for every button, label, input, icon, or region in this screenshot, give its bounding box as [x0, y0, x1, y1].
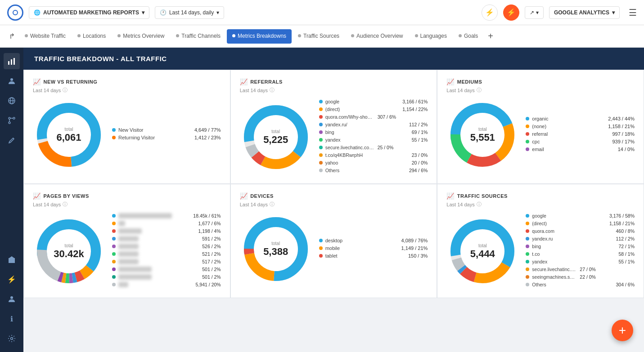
card-subtitle: Last 14 days ⓘ — [33, 201, 221, 208]
svg-point-9 — [9, 122, 10, 124]
legend-item: secure.livechatinc.com/lice... 25 / 0% — [319, 145, 428, 150]
legend-item: yandex.ru/ 112 / 2% — [319, 122, 428, 127]
legend-dot — [319, 130, 323, 134]
legend-dot — [526, 237, 529, 241]
sidebar-icon-info[interactable]: ℹ — [4, 311, 20, 327]
dropdown-arrow: ▾ — [216, 9, 219, 16]
info-icon: ⓘ — [63, 201, 68, 208]
report-selector[interactable]: 🌐 AUTOMATED MARKETING REPORTS ▾ — [29, 6, 149, 19]
sidebar-icon-edit[interactable] — [4, 132, 20, 148]
ga-name: GOOGLE ANALYTICS — [554, 9, 609, 16]
info-icon: ⓘ — [477, 201, 482, 208]
donut-label: total 6,061 — [56, 127, 81, 143]
legend-item: desktop 4,089 / 76% — [319, 238, 428, 243]
legend-item: quora.com/Why-should-i-u... 307 / 6% — [319, 114, 428, 120]
legend-dot — [319, 146, 323, 149]
sidebar-icon-users[interactable] — [4, 73, 20, 89]
logo — [7, 4, 23, 21]
tab-metrics-overview[interactable]: Metrics Overview — [112, 29, 170, 44]
legend-dot — [319, 161, 323, 165]
legend-dot — [526, 275, 529, 279]
legend-item: (none) 1,158 / 21% — [526, 124, 635, 129]
tab-goals[interactable]: Goals — [453, 29, 483, 44]
chart-area-pages-by-views: total 30.42k ████████████████ 18.45k / 6… — [33, 213, 221, 290]
legend-dot — [526, 260, 529, 263]
legend-dot — [526, 214, 529, 218]
legend-dot — [112, 283, 116, 286]
tab-home[interactable]: ↱ — [5, 28, 18, 44]
info-icon: ⓘ — [270, 87, 275, 94]
date-range: Last 14 days, daily — [169, 9, 214, 16]
legend-dot — [526, 132, 529, 136]
share-label: ▾ — [536, 9, 539, 16]
sidebar-icon-chart[interactable] — [4, 53, 20, 69]
legend-dot — [319, 169, 323, 172]
dropdown-arrow: ▾ — [142, 9, 144, 16]
legend-dot — [526, 252, 529, 256]
sidebar-icon-lightning[interactable]: ⚡ — [4, 271, 20, 287]
legend-item: Returning Visitor 1,412 / 23% — [112, 135, 221, 140]
svg-rect-1 — [11, 59, 12, 65]
share-btn[interactable]: ↗ ▾ — [525, 6, 544, 19]
share-icon: ↗ — [530, 9, 534, 16]
tab-metrics-breakdowns[interactable]: Metrics Breakdowns — [227, 29, 292, 44]
card-subtitle: Last 14 days ⓘ — [240, 87, 428, 94]
legend-dot — [526, 117, 529, 120]
sidebar-icon-branch[interactable] — [4, 112, 20, 129]
globe-icon: 🌐 — [34, 9, 41, 16]
legend-item: referral 997 / 18% — [526, 131, 635, 137]
legend-item: quora.com 460 / 8% — [526, 228, 635, 234]
donut-label: total 5,444 — [470, 243, 495, 260]
tab-website-traffic[interactable]: Website Traffic — [19, 29, 71, 44]
legend-dot — [112, 245, 116, 248]
legend-dot — [319, 138, 323, 142]
lightning-btn[interactable]: ⚡ — [482, 4, 498, 21]
tab-dot — [459, 34, 462, 37]
legend-item: ██████ 591 / 2% — [112, 236, 221, 241]
svg-point-7 — [9, 117, 10, 119]
legend-item: ██████████ 501 / 2% — [112, 267, 221, 272]
tab-locations[interactable]: Locations — [72, 29, 111, 44]
legend-item: bing 72 / 1% — [526, 244, 635, 249]
tab-add-btn[interactable]: + — [484, 27, 497, 45]
legend-dot — [112, 252, 116, 256]
sidebar-icon-globe[interactable] — [4, 93, 20, 109]
legend-devices: desktop 4,089 / 76% mobile 1,149 / 21% t… — [319, 238, 428, 261]
legend-item: ██████ 526 / 2% — [112, 244, 221, 249]
chart-area-new-vs-returning: total 6,061 New Visitor 4,649 / 77% Retu — [33, 99, 221, 171]
ga-selector[interactable]: GOOGLE ANALYTICS ▾ — [549, 6, 620, 19]
card-devices: 📈 DEVICES Last 14 days ⓘ — [230, 184, 437, 298]
chart-area-referrals: total 5,225 google 3,166 / 61% (direct) — [240, 99, 428, 175]
legend-dot — [526, 267, 529, 271]
tab-traffic-sources[interactable]: Traffic Sources — [293, 29, 345, 44]
tab-dot — [232, 34, 235, 37]
tab-languages[interactable]: Languages — [410, 29, 452, 44]
trend-icon: 📈 — [446, 192, 455, 200]
sidebar-icon-settings[interactable] — [4, 330, 20, 347]
info-icon: ⓘ — [477, 87, 482, 94]
legend-dot — [526, 125, 529, 128]
fab-add-btn[interactable]: + — [612, 320, 633, 341]
svg-point-8 — [13, 117, 15, 119]
legend-dot — [526, 245, 529, 248]
card-subtitle: Last 14 days ⓘ — [446, 87, 635, 94]
legend-dot — [319, 123, 323, 126]
svg-rect-0 — [8, 61, 9, 65]
date-selector[interactable]: 🕐 Last 14 days, daily ▾ — [155, 6, 224, 19]
svg-point-16 — [10, 296, 13, 299]
legend-dot — [112, 136, 116, 139]
info-icon: ⓘ — [63, 87, 68, 94]
legend-dot — [526, 140, 529, 143]
legend-item: ███████ 1,198 / 4% — [112, 228, 221, 234]
card-subtitle: Last 14 days ⓘ — [33, 87, 221, 94]
sidebar-icon-building[interactable] — [4, 251, 20, 267]
sidebar-icon-person[interactable] — [4, 291, 20, 307]
legend-item: yahoo 20 / 0% — [319, 160, 428, 165]
legend-item: bing 69 / 1% — [319, 129, 428, 135]
bolt-btn[interactable]: ⚡ — [503, 4, 519, 21]
legend-item: secure.livechatinc.com 27 / 0% — [526, 267, 635, 272]
trend-icon: 📈 — [446, 78, 455, 85]
tab-audience-overview[interactable]: Audience Overview — [346, 29, 408, 44]
tab-traffic-channels[interactable]: Traffic Channels — [171, 29, 226, 44]
menu-btn[interactable]: ☰ — [629, 7, 637, 18]
